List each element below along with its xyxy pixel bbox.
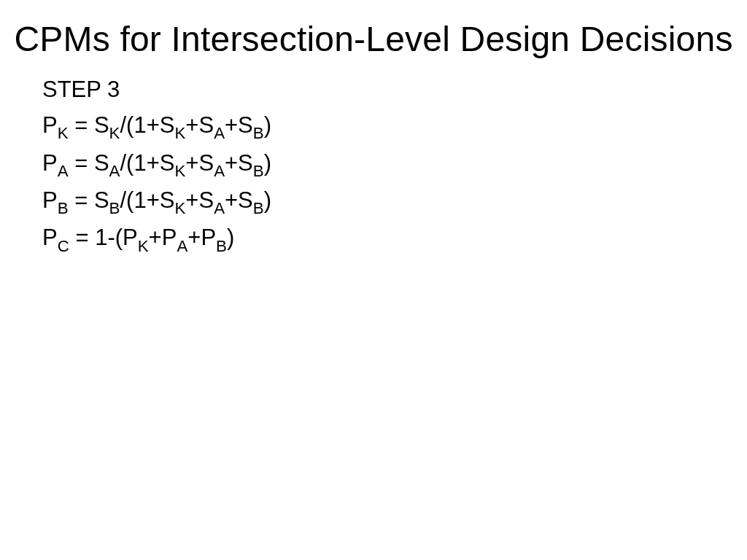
eq-sub: A xyxy=(177,237,187,255)
eq-sub: K xyxy=(174,124,185,142)
eq-sub: B xyxy=(253,199,264,217)
eq-sub: A xyxy=(214,162,225,180)
eq-text: +S xyxy=(185,150,214,176)
eq-text: P xyxy=(42,112,58,138)
equation-line: PB = SB/(1+SK+SA+SB) xyxy=(42,183,705,220)
slide-title: CPMs for Intersection-Level Design Decis… xyxy=(0,0,747,59)
eq-sub: K xyxy=(174,162,185,180)
eq-text: P xyxy=(42,225,58,250)
eq-text: /(1+S xyxy=(120,150,174,176)
eq-sub: K xyxy=(109,124,120,142)
slide-body: STEP 3 PK = SK/(1+SK+SA+SB) PA = SA/(1+S… xyxy=(0,59,747,258)
eq-text: = 1-(P xyxy=(69,225,138,250)
eq-text: +P xyxy=(187,225,216,250)
eq-text: /(1+S xyxy=(120,187,174,213)
eq-sub: B xyxy=(253,162,264,180)
eq-text: P xyxy=(42,150,58,176)
eq-text: = S xyxy=(69,187,109,213)
eq-sub: A xyxy=(214,124,225,142)
eq-text: +P xyxy=(149,225,177,250)
eq-text: /(1+S xyxy=(120,112,174,138)
eq-text: ) xyxy=(264,150,271,176)
eq-text: P xyxy=(42,187,58,213)
slide: CPMs for Intersection-Level Design Decis… xyxy=(0,0,747,560)
eq-sub: K xyxy=(138,237,149,255)
eq-sub: B xyxy=(58,199,69,217)
eq-sub: C xyxy=(58,237,69,255)
eq-sub: B xyxy=(216,237,227,255)
eq-sub: K xyxy=(58,124,69,142)
eq-sub: A xyxy=(214,199,225,217)
eq-sub: B xyxy=(253,124,264,142)
eq-text: +S xyxy=(225,150,253,176)
eq-text: +S xyxy=(185,112,214,138)
eq-text: = S xyxy=(69,150,109,176)
eq-text: ) xyxy=(264,112,271,138)
eq-sub: A xyxy=(109,162,120,180)
equation-line: PK = SK/(1+SK+SA+SB) xyxy=(42,108,705,145)
equation-line: PC = 1-(PK+PA+PB) xyxy=(42,220,705,257)
eq-text: ) xyxy=(264,187,271,213)
eq-text: +S xyxy=(185,187,214,213)
eq-text: ) xyxy=(227,225,234,250)
eq-sub: K xyxy=(174,199,185,217)
eq-text: +S xyxy=(225,187,253,213)
eq-sub: A xyxy=(58,162,69,180)
step-label: STEP 3 xyxy=(42,72,705,108)
equation-line: PA = SA/(1+SK+SA+SB) xyxy=(42,146,705,183)
eq-text: +S xyxy=(225,112,253,138)
eq-text: = S xyxy=(69,112,109,138)
eq-sub: B xyxy=(109,199,120,217)
